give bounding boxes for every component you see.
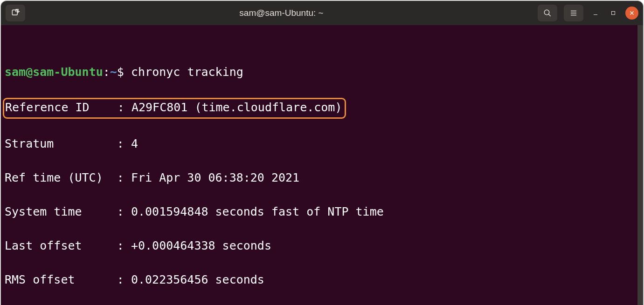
- output-line: Stratum : 4: [5, 136, 639, 153]
- prompt-host: sam-Ubuntu: [33, 65, 103, 79]
- svg-rect-11: [612, 12, 615, 15]
- minimize-button[interactable]: [590, 7, 601, 19]
- svg-line-6: [548, 14, 551, 16]
- scrollbar[interactable]: [637, 25, 643, 305]
- maximize-button[interactable]: [608, 7, 619, 19]
- output-line: System time : 0.001594848 seconds fast o…: [5, 203, 639, 221]
- window-title: sam@sam-Ubuntu: ~: [25, 8, 538, 18]
- prompt-user: sam: [5, 65, 26, 79]
- svg-point-5: [544, 10, 549, 15]
- output-line: Last offset : +0.000464338 seconds: [5, 237, 639, 255]
- output-line: RMS offset : 0.022356456 seconds: [5, 271, 639, 289]
- menu-icon[interactable]: [564, 5, 583, 21]
- command-text: chronyc tracking: [131, 65, 243, 79]
- new-tab-button[interactable]: [6, 5, 25, 21]
- prompt-colon: :: [103, 65, 110, 79]
- output-ref-id: Reference ID : A29FC801 (time.cloudflare…: [5, 98, 639, 119]
- terminal-window: sam@sam-Ubuntu: ~ sam@sam-Ubuntu:~$ chro…: [1, 1, 643, 305]
- highlight-box: Reference ID : A29FC801 (time.cloudflare…: [3, 98, 346, 119]
- titlebar: sam@sam-Ubuntu: ~: [1, 1, 643, 25]
- prompt-at: @: [26, 65, 33, 79]
- search-icon[interactable]: [538, 5, 557, 21]
- output-line: Ref time (UTC) : Fri Apr 30 06:38:20 202…: [5, 169, 639, 187]
- prompt-line-1: sam@sam-Ubuntu:~$ chronyc tracking: [5, 64, 639, 81]
- prompt-path: ~: [110, 65, 117, 79]
- close-button[interactable]: [625, 7, 638, 20]
- prompt-symbol: $: [117, 65, 124, 79]
- terminal-body[interactable]: sam@sam-Ubuntu:~$ chronyc tracking Refer…: [1, 25, 643, 305]
